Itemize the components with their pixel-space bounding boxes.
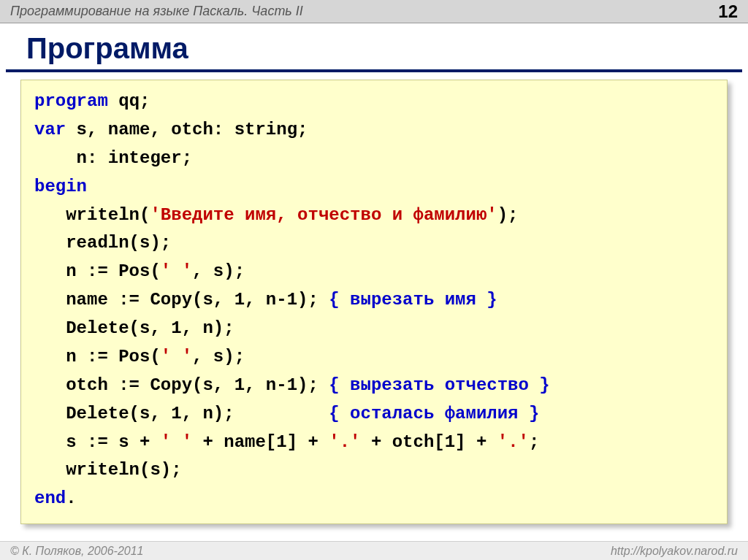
header-bar: Программирование на языке Паскаль. Часть… [0, 0, 748, 23]
code-text: s := s + [34, 432, 161, 452]
code-text: Delete(s, 1, n); [34, 318, 234, 338]
code-text: Delete(s, 1, n); [34, 404, 329, 423]
comment: { вырезать имя } [329, 290, 497, 310]
code-text: n := Pos( [34, 347, 161, 367]
slide-heading: Программа [6, 23, 742, 72]
code-text: . [66, 488, 76, 508]
string-literal: 'Введите имя, отчество и фамилию' [150, 205, 497, 225]
code-text: + otch[1] + [361, 432, 497, 452]
comment: { осталась фамилия } [329, 404, 539, 423]
string-literal: ' ' [161, 432, 192, 452]
keyword-end: end [34, 488, 66, 508]
code-text: ; [529, 432, 539, 452]
string-literal: '.' [329, 432, 360, 452]
footer-bar: © К. Поляков, 2006-2011 http://kpolyakov… [0, 541, 748, 560]
page-number: 12 [718, 1, 738, 22]
string-literal: ' ' [161, 347, 192, 367]
code-text: s, name, otch: string; [66, 120, 308, 139]
code-text: ); [497, 205, 519, 225]
code-text: + name[1] + [192, 432, 329, 452]
code-text: writeln(s); [34, 460, 182, 480]
string-literal: '.' [497, 432, 529, 452]
code-text: readln(s); [34, 233, 171, 253]
footer-copyright: © К. Поляков, 2006-2011 [10, 545, 143, 558]
code-text: name := Copy(s, 1, n-1); [34, 290, 329, 310]
code-text: , s); [192, 347, 245, 367]
comment: { вырезать отчество } [329, 375, 549, 395]
code-text: writeln( [34, 205, 150, 225]
code-block: program qq; var s, name, otch: string; n… [20, 80, 728, 524]
keyword-program: program [34, 91, 108, 111]
string-literal: ' ' [161, 261, 192, 281]
footer-url: http://kpolyakov.narod.ru [611, 545, 738, 558]
code-text: n := Pos( [34, 261, 161, 281]
keyword-var: var [34, 120, 66, 139]
code-text: otch := Copy(s, 1, n-1); [34, 375, 329, 395]
keyword-begin: begin [34, 177, 87, 196]
header-title: Программирование на языке Паскаль. Часть… [10, 4, 303, 19]
code-text: qq; [108, 91, 150, 111]
code-text: n: integer; [34, 148, 192, 168]
code-text: , s); [192, 261, 245, 281]
